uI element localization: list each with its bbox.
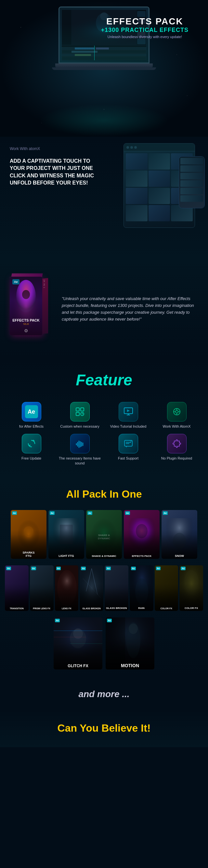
svg-rect-83 — [54, 630, 102, 631]
hero-main-title: EFFECTS PACK — [101, 16, 188, 27]
settings-icon — [75, 406, 85, 417]
ae-badge: Ae — [107, 619, 112, 622]
pack-sparks: Ae SPARKS FTG — [11, 510, 46, 559]
pack-colorfx1: Ae COLOR FX — [155, 565, 178, 611]
packs-row-3: Ae GLITCH FX — [3, 617, 205, 670]
feature-label-support: Fast Support — [118, 456, 138, 461]
pack-effects: Ae EFFECTS PACK — [124, 510, 160, 559]
pack-light-label: LIGHT FTG — [59, 554, 74, 558]
ae-badge: Ae — [55, 619, 60, 622]
ae-badge: Ae — [31, 567, 36, 570]
believe-section: Can You Believe It! — [0, 709, 208, 747]
box-side: 24 IN 1 — [42, 278, 48, 334]
ae-badge: Ae — [156, 567, 161, 570]
tutorial-icon-box — [118, 402, 138, 422]
pack-snow-label: SNOW — [175, 554, 184, 558]
feature-item-update: Free Update — [10, 434, 53, 465]
pack-glassfx-label: GLASS BROKEN — [80, 607, 103, 610]
pack-colorfx2: Ae COLOR FX — [179, 565, 203, 611]
feature-item-custom: Custom when necessary — [58, 402, 101, 429]
pack-prismlens: Ae PRISM LENS FX — [30, 565, 54, 611]
laptop-base — [55, 63, 153, 67]
feature-label-ae: for After Effects — [19, 424, 43, 429]
pack-lens: Ae LENS FX — [55, 565, 79, 611]
andmore-section: and more ... — [0, 679, 208, 709]
pack-transition-label: TRANSITION — [5, 607, 28, 610]
mockup-thumb — [126, 188, 147, 204]
feature-item-atomx: Work With AtomX — [155, 402, 198, 429]
svg-rect-6 — [75, 48, 94, 50]
feature-item-ae: Ae for After Effects — [10, 402, 53, 429]
svg-rect-9 — [75, 54, 91, 56]
ae-badge: Ae — [181, 567, 185, 570]
feature-label-atomx: Work With AtomX — [163, 424, 191, 429]
hero-tagline: Unleash boundless diversity with every u… — [101, 35, 188, 39]
phone-row — [180, 165, 203, 172]
svg-text:?: ? — [130, 440, 132, 443]
svg-rect-21 — [137, 38, 146, 44]
ae-badge: Ae — [12, 279, 20, 284]
ae-badge: Ae — [88, 511, 92, 515]
svg-rect-25 — [76, 408, 79, 411]
svg-rect-84 — [54, 637, 86, 637]
andmore-title: and more ... — [6, 689, 202, 700]
support-icon-box: ? — [118, 434, 138, 453]
svg-point-89 — [129, 624, 138, 634]
allpack-section: All Pack In One Ae SPARKS FTG Ae — [0, 478, 208, 679]
feature-title: Feature — [6, 371, 202, 389]
pack-motion-label: MOTION — [121, 663, 139, 668]
mockup-dot-3 — [134, 146, 137, 149]
svg-marker-52 — [126, 446, 127, 447]
atomx-section: Work With atomX ADD A CAPTIVATING TOUCH … — [0, 137, 208, 260]
pack-lens-label: LENS FX — [55, 607, 78, 610]
mockup-thumb — [126, 205, 147, 221]
atomx-mockup — [114, 143, 205, 241]
svg-rect-24 — [10, 277, 42, 335]
hero-subtitle: +1300 PRACTICAL EFFECTS — [101, 27, 188, 33]
mockup-thumb — [148, 170, 170, 187]
sound-wave-icon — [75, 438, 85, 449]
hero-section: EFFECTS PACK +1300 PRACTICAL EFFECTS Unl… — [0, 0, 208, 137]
monitor-icon — [123, 406, 134, 417]
feature-section: Feature Ae for After Effects Custom when… — [0, 358, 208, 478]
ae-icon-box: Ae — [22, 402, 41, 422]
mockup-dot-1 — [127, 146, 129, 149]
ae-badge: Ae — [163, 511, 168, 515]
box-art — [10, 277, 42, 335]
pack-shake: Ae SHAKE & DYNAMIC SHAKE & DYNAMIC — [86, 510, 122, 559]
mockup-thumb — [126, 170, 147, 187]
svg-rect-10 — [94, 45, 95, 60]
svg-rect-1 — [62, 45, 146, 60]
pack-colorfx-label: COLOR FX — [180, 607, 203, 610]
phone-row — [180, 188, 203, 194]
wrench-icon — [172, 406, 182, 417]
mockup-thumb — [148, 188, 170, 204]
svg-rect-15 — [62, 10, 71, 45]
mockup-dot-2 — [130, 146, 133, 149]
pack-effects-label: EFFECTS PACK — [125, 555, 159, 558]
chat-icon: ? — [123, 438, 134, 449]
pack-transition: Ae TRANSITION — [5, 565, 29, 611]
pack-glitch-label: GLITCH FX — [68, 663, 88, 668]
box-title: EFFECTS PACK — [10, 318, 42, 322]
hero-glow — [39, 104, 169, 137]
pack-shake-label: SHAKE & DYNAMIC — [87, 555, 121, 558]
product-box: Ae E — [10, 277, 52, 342]
phone-row — [180, 195, 203, 202]
hero-title-block: EFFECTS PACK +1300 PRACTICAL EFFECTS Unl… — [101, 16, 188, 39]
mockup-thumb — [148, 205, 170, 221]
packs-row-2: Ae TRANSITION Ae PRISM LENS FX Ae — [3, 565, 205, 611]
ae-icon: Ae — [25, 405, 38, 418]
mockup-phone — [179, 156, 205, 208]
custom-icon-box — [70, 402, 90, 422]
feature-label-noplugin: No Plugin Required — [161, 456, 192, 461]
ae-badge: Ae — [106, 567, 111, 570]
phone-row — [180, 180, 203, 187]
svg-rect-8 — [71, 51, 98, 53]
pack-prism-label: PRISM LENS FX — [31, 607, 53, 610]
svg-rect-4 — [62, 54, 146, 56]
ae-badge: Ae — [131, 567, 136, 570]
svg-rect-3 — [62, 51, 146, 53]
pack-glassbroke: Ae GLASS BROKEN — [105, 565, 128, 611]
box-version: V1.0 — [10, 322, 42, 326]
